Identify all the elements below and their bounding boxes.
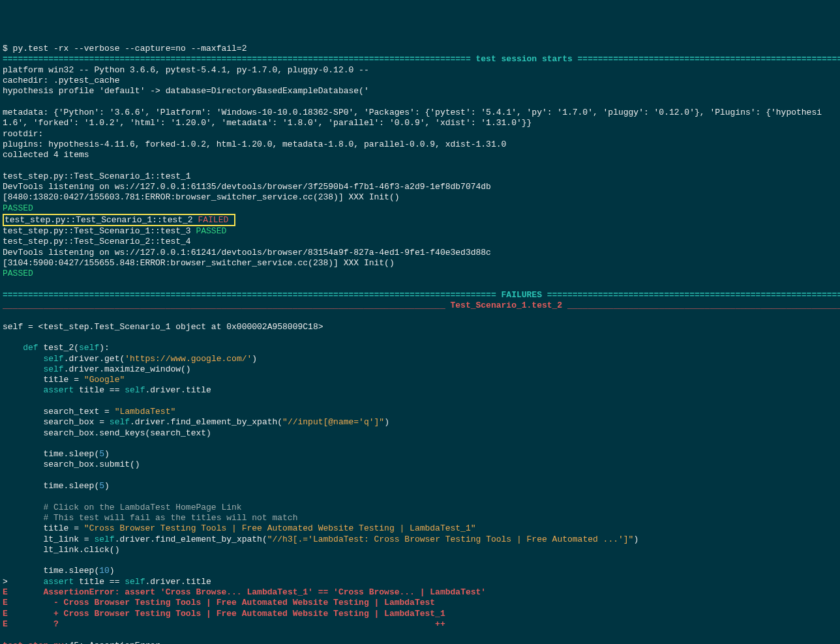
devtools-log-2: DevTools listening on ws://127.0.0.1:612… — [3, 248, 491, 257]
failure-title-line: ________________________________________… — [3, 300, 840, 310]
test-4-name: test_step.py::Test_Scenario_2::test_4 — [3, 237, 191, 246]
error-log-2: [3104:5900:0427/155655.848:ERROR:browser… — [3, 258, 395, 268]
rootdir-line: rootdir: — [3, 129, 43, 139]
hypothesis-line: hypothesis profile 'default' -> database… — [3, 86, 369, 96]
test-1-passed: PASSED — [3, 203, 33, 213]
command-line: $ py.test -rx --verbose --capture=no --m… — [3, 44, 247, 53]
self-repr: self = <test_step.Test_Scenario_1 object… — [3, 322, 323, 332]
collected-line: collected 4 items — [3, 150, 89, 160]
cachedir-line: cachedir: .pytest_cache — [3, 76, 119, 85]
error-log-1: [8480:13820:0427/155603.781:ERROR:browse… — [3, 192, 400, 202]
plugins-line: plugins: hypothesis-4.11.6, forked-1.0.2… — [3, 139, 506, 149]
test-2-highlight: test_step.py::Test_Scenario_1::test_2 FA… — [3, 214, 235, 226]
test-2-name: test_step.py::Test_Scenario_1::test_2 — [5, 215, 198, 225]
metadata-line-1: metadata: {'Python': '3.6.6', 'Platform'… — [3, 108, 822, 117]
test-2-failed: FAILED — [198, 215, 228, 225]
platform-line: platform win32 -- Python 3.6.6, pytest-5… — [3, 65, 369, 75]
file-location: test_step.py — [3, 641, 64, 644]
terminal-output: $ py.test -rx --verbose --capture=no --m… — [3, 44, 837, 644]
test-3-name: test_step.py::Test_Scenario_1::test_3 — [3, 226, 196, 236]
metadata-line-2: 1.6', 'forked': '1.0.2', 'html': '1.20.0… — [3, 118, 532, 128]
devtools-log-1: DevTools listening on ws://127.0.0.1:611… — [3, 182, 491, 192]
test-1-name: test_step.py::Test_Scenario_1::test_1 — [3, 171, 191, 181]
failures-header: ========================================… — [3, 290, 840, 300]
test-3-passed: PASSED — [196, 226, 226, 236]
session-header: ========================================… — [3, 54, 840, 64]
test-4-passed: PASSED — [3, 269, 33, 278]
